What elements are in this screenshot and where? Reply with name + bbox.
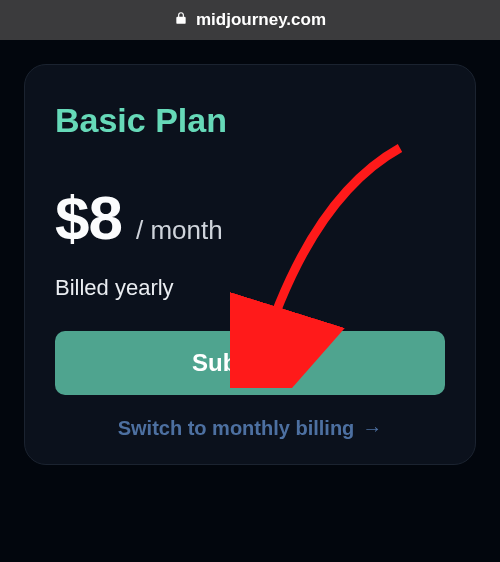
plan-card: Basic Plan $8 / month Billed yearly Subs… bbox=[24, 64, 476, 465]
browser-url-bar: midjourney.com bbox=[0, 0, 500, 40]
url-domain: midjourney.com bbox=[196, 10, 326, 30]
billing-note: Billed yearly bbox=[55, 275, 445, 301]
plan-period: / month bbox=[136, 215, 223, 246]
switch-billing-link[interactable]: Switch to monthly billing → bbox=[55, 417, 445, 440]
price-row: $8 / month bbox=[55, 182, 445, 253]
subscribe-button[interactable]: Subscribe bbox=[55, 331, 445, 395]
plan-price: $8 bbox=[55, 182, 122, 253]
plan-title: Basic Plan bbox=[55, 101, 445, 140]
lock-icon bbox=[174, 10, 188, 30]
page-content: Basic Plan $8 / month Billed yearly Subs… bbox=[0, 40, 500, 465]
arrow-right-icon: → bbox=[362, 417, 382, 440]
switch-billing-label: Switch to monthly billing bbox=[118, 417, 355, 440]
